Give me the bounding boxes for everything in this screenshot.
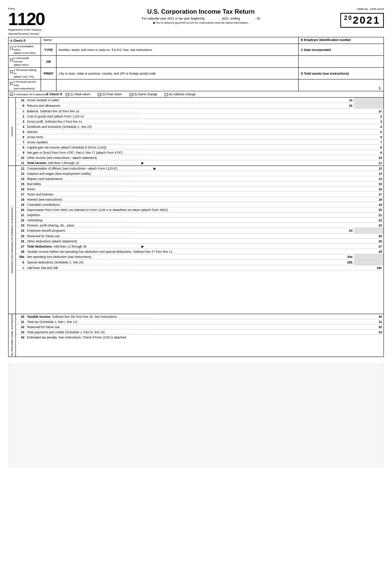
line-1b-desc: Returns and allowances . . . . . . . . .… [26,103,342,108]
title-block: U.S. Corporation Income Tax Return For c… [62,7,340,24]
date-label: C Date incorporated [299,44,384,55]
line-34-desc: Estimated tax penalty. See instructions.… [26,335,372,340]
print-label: PRINT [41,68,56,79]
type-label: TYPE [41,44,56,55]
line-29a-desc: Net operating loss deduction (see instru… [26,255,342,259]
line-30-desc: Taxable income. Subtract line 29c from l… [26,314,372,319]
deductions-section-label: Deductions (See instructions for limitat… [8,166,16,314]
check-if-label: A Check if: [8,37,41,44]
line-9-desc: Net gain or (loss) from Form 4797, Part … [26,150,372,155]
year-block: OMB No. 1545-0123 202021 [340,7,384,28]
assets-label: D Total assets (see instructions) [299,68,384,79]
personal-holding-label: 2 Personal holding co. (attach Sch. PH) … [8,68,41,79]
line-11-desc: Total income. Add lines 3 through 10 . .… [26,161,372,165]
line-24-desc: Employee benefit programs . . . . . . . … [26,228,342,233]
line-25-desc: Reserved for future use . . . . . . . . … [26,234,372,238]
line-10-desc: Other income (see instructions—attach st… [26,156,372,160]
line-17-desc: Taxes and licenses . . . . . . . . . . .… [26,192,372,197]
line-16-desc: Rents . . . . . . . . . . . . . . . . . … [26,187,372,191]
line-1c-num: c [16,109,26,113]
line-2-desc: Cost of goods sold (attach Form 1125-A) … [26,114,372,119]
line-22-desc: Advertising . . . . . . . . . . . . . . … [26,218,372,222]
line-1a-ref: 1a [342,98,354,102]
line-29b-desc: Special deductions (Schedule C, line 24)… [26,260,342,265]
main-title: U.S. Corporation Income Tax Return [62,8,340,16]
m3-label: 4 Schedule M-3 attached [10,93,47,96]
ein-label: B Employer identification number [299,37,384,44]
line-28-desc: Taxable income before net operating loss… [26,249,372,254]
line-6-desc: Gross rents . . . . . . . . . . . . . . … [26,135,372,139]
line-1b-num: b [16,104,26,108]
line-1c-desc: Balance. Subtract line 1b from line 1a .… [26,109,372,113]
e-check-label: E Check if: [47,92,63,96]
line-14-desc: Repairs and maintenance . . . . . . . . … [26,177,372,181]
line-26-desc: Other deductions (attach statement) . . … [26,239,372,244]
line-1a-desc: Gross receipts or sales . . . . . . . . … [26,98,342,102]
line-15-desc: Bad debts . . . . . . . . . . . . . . . … [26,182,372,186]
form-number: 1120 [8,10,45,28]
line-3-desc: Gross profit. Subtract line 2 from line … [26,119,372,124]
or-label: OR [41,56,56,67]
e-checks: (1) Initial return (2) Final return (3) … [66,92,196,96]
check-name-change: (3) Name change [130,92,158,96]
line-18-desc: Interest (see instructions) . . . . . . … [26,197,372,202]
line-33-desc: Total payments and credits (Schedule J, … [26,330,372,334]
subtitle1: For calendar year 2021 or tax year begin… [142,17,204,20]
line-21-desc: Depletion . . . . . . . . . . . . . . . … [26,213,372,217]
form-number-block: Form 1120 Department of the Treasury Int… [8,7,62,36]
check-final: (2) Final return [98,92,122,96]
line-20-desc: Depreciation from Form 4562 not claimed … [26,208,372,212]
personal-svc-label: 3 Personal service corp. (see instructio… [8,79,41,91]
irs-name: Internal Revenue Service [8,32,62,36]
line-31-desc: Total tax (Schedule J, Part I, line 11) … [26,320,372,324]
check-initial: (1) Initial return [66,92,90,96]
line-12-desc: Compensation of officers (see instructio… [26,166,372,171]
line-32-desc: Reserved for future use . . . . . . . . … [26,325,372,329]
dept-name: Department of the Treasury [8,28,62,32]
bottom-area [8,364,384,467]
line-19-desc: Charitable contributions . . . . . . . .… [26,203,372,207]
line-1c-ref: 1c [372,109,384,113]
subtitle2: , 2021, ending [220,17,240,20]
year-box: 202021 [340,13,384,28]
number-label: Number, street, and room or suite no. If… [56,44,299,55]
line-29c-desc: Add lines 29a and 29b . . . . . . . . . … [26,266,372,270]
city-label: City or town, state or province, country… [56,68,299,79]
line-8-desc: Capital gain net income (attach Schedule… [26,145,372,150]
website-line: ▶ Go to www.irs.gov/Form1120 for instruc… [62,21,340,24]
line-4-desc: Dividends and inclusions (Schedule C, li… [26,125,372,129]
line-7-desc: Gross royalties . . . . . . . . . . . . … [26,140,372,144]
line-27-desc: Total deductions. Add lines 12 through 2… [26,244,372,249]
omb-text: OMB No. 1545-0123 [340,7,384,11]
line-1a-num: 1a [16,98,26,102]
tax-section-label: Tax, Refundable Credits, and Payments [8,314,16,357]
check-address: (4) Address change [165,92,196,96]
consolidated-label: 1a Consolidated return (attach Form 851) [8,44,41,55]
line-13-desc: Salaries and wages (less employment cred… [26,171,372,176]
line-1b-ref: 1b [342,104,354,108]
dollar-symbol: $ [299,79,384,91]
line-5-desc: Interest . . . . . . . . . . . . . . . .… [26,130,372,134]
lifenon-label: b Life/nonlife consoli- dated return . [8,56,41,67]
line-23-desc: Pension, profit-sharing, etc., plans . .… [26,223,372,228]
name-label: Name [41,37,299,44]
subtitle3: , 20 [255,17,260,20]
income-section-label: Income [8,98,16,166]
